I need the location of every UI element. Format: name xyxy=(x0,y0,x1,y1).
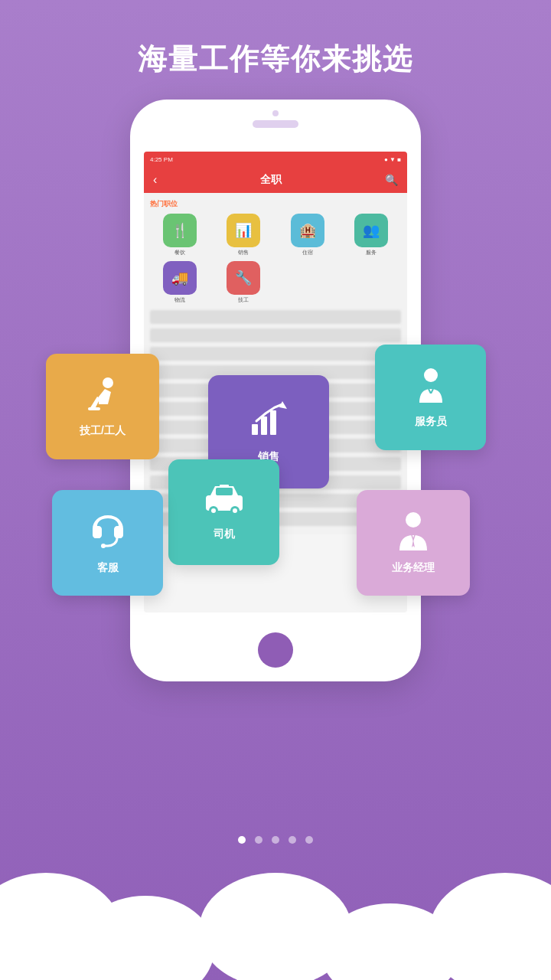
cat-icon-2: 📊 xyxy=(227,214,260,247)
cat-label-1: 餐饮 xyxy=(174,249,185,256)
phone-camera xyxy=(272,110,279,116)
job-list xyxy=(150,310,401,528)
section-title: 热门职位 xyxy=(150,199,401,209)
dot-3[interactable] xyxy=(272,836,279,844)
cat-icon-1: 🍴 xyxy=(163,214,197,247)
job-row-9 xyxy=(150,457,401,471)
phone-home-button xyxy=(258,632,293,668)
back-button[interactable]: ‹ xyxy=(153,173,157,187)
phone-frame: 4:25 PM ● ▼ ■ ‹ 全职 🔍 热门职位 🍴 餐饮 xyxy=(130,100,421,681)
cloud-5 xyxy=(429,873,551,980)
cat-label-6: 技工 xyxy=(238,296,249,304)
cat-icon-5: 🚚 xyxy=(163,261,197,295)
dot-4[interactable] xyxy=(289,836,296,844)
job-row-3 xyxy=(150,347,401,361)
cat-icon-6: 🔧 xyxy=(227,261,260,295)
job-row-12 xyxy=(150,512,401,526)
phone-mockup: 4:25 PM ● ▼ ■ ‹ 全职 🔍 热门职位 🍴 餐饮 xyxy=(130,100,421,681)
job-row-8 xyxy=(150,439,401,452)
job-row-2 xyxy=(150,328,401,342)
page-title: 海量工作等你来挑选 xyxy=(0,40,551,79)
nav-title: 全职 xyxy=(260,173,282,187)
job-row-4 xyxy=(150,365,401,379)
search-button[interactable]: 🔍 xyxy=(385,174,398,186)
job-row-5 xyxy=(150,384,401,397)
dot-1[interactable] xyxy=(238,836,246,844)
cat-icon-3: 🏨 xyxy=(291,214,324,247)
cloud-decoration xyxy=(0,858,551,980)
cat-item-4[interactable]: 👥 服务 xyxy=(342,214,402,256)
phone-top-area xyxy=(253,110,298,128)
cat-label-5: 物流 xyxy=(174,296,185,304)
cat-item-1[interactable]: 🍴 餐饮 xyxy=(150,214,210,256)
cat-label-3: 住宿 xyxy=(302,249,313,256)
screen-content: 热门职位 🍴 餐饮 📊 销售 🏨 住宿 xyxy=(144,193,407,534)
job-row-1 xyxy=(150,310,401,324)
cat-label-4: 服务 xyxy=(366,249,377,256)
dot-2[interactable] xyxy=(255,836,262,844)
status-bar: 4:25 PM ● ▼ ■ xyxy=(144,152,407,167)
cat-item-3[interactable]: 🏨 住宿 xyxy=(278,214,337,256)
job-row-11 xyxy=(150,494,401,508)
dot-5[interactable] xyxy=(305,836,313,844)
status-icons: ● ▼ ■ xyxy=(384,156,401,163)
cat-item-2[interactable]: 📊 销售 xyxy=(214,214,274,256)
job-row-7 xyxy=(150,420,401,434)
nav-bar: ‹ 全职 🔍 xyxy=(144,167,407,193)
phone-screen: 4:25 PM ● ▼ ■ ‹ 全职 🔍 热门职位 🍴 餐饮 xyxy=(144,152,407,612)
pagination-dots xyxy=(0,836,551,844)
job-row-6 xyxy=(150,402,401,416)
cat-icon-4: 👥 xyxy=(354,214,388,247)
phone-earpiece xyxy=(253,120,298,128)
cat-item-5[interactable]: 🚚 物流 xyxy=(150,261,210,304)
category-grid: 🍴 餐饮 📊 销售 🏨 住宿 👥 服务 xyxy=(150,214,401,304)
status-time: 4:25 PM xyxy=(150,156,173,163)
job-row-10 xyxy=(150,475,401,489)
cat-label-2: 销售 xyxy=(238,249,249,256)
cat-item-6[interactable]: 🔧 技工 xyxy=(214,261,274,304)
